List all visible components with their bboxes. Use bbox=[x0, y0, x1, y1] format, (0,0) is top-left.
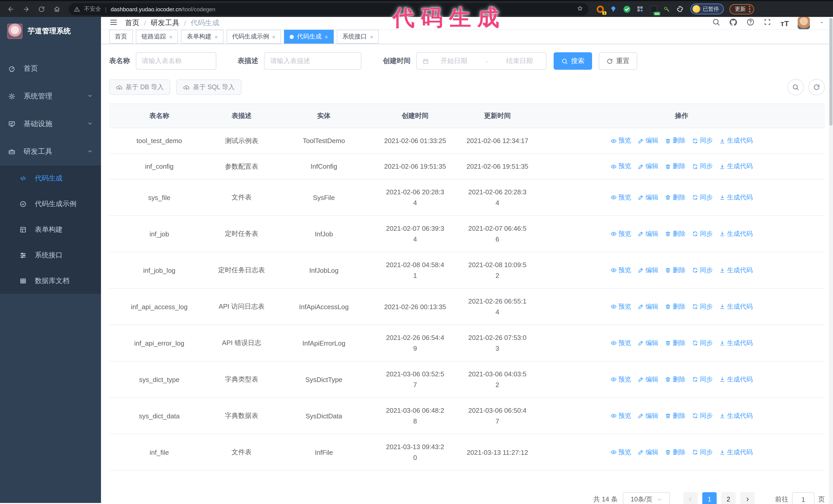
header-search-icon[interactable] bbox=[712, 18, 720, 28]
action-同步[interactable]: 同步 bbox=[692, 230, 713, 238]
github-icon[interactable] bbox=[729, 18, 738, 28]
action-同步[interactable]: 同步 bbox=[692, 339, 713, 347]
sidebar-item-基础设施[interactable]: 基础设施 bbox=[0, 110, 101, 138]
action-同步[interactable]: 同步 bbox=[692, 136, 713, 145]
action-生成代码[interactable]: 生成代码 bbox=[719, 266, 753, 274]
browser-profile-chip[interactable]: 已暂停 bbox=[690, 4, 723, 14]
font-size-icon[interactable]: тT bbox=[781, 19, 789, 27]
tab-close-icon[interactable]: × bbox=[169, 33, 172, 40]
action-删除[interactable]: 删除 bbox=[665, 193, 686, 202]
action-预览[interactable]: 预览 bbox=[611, 339, 631, 347]
tab-首页[interactable]: 首页 bbox=[109, 30, 133, 44]
address-bar[interactable]: 不安全 | dashboard.yudao.iocoder.cn/tool/co… bbox=[69, 3, 589, 15]
sidebar-item-首页[interactable]: 首页 bbox=[0, 55, 101, 82]
action-预览[interactable]: 预览 bbox=[611, 136, 631, 145]
tab-链路追踪[interactable]: 链路追踪× bbox=[136, 30, 178, 44]
action-生成代码[interactable]: 生成代码 bbox=[719, 136, 753, 145]
extension-icon-grid[interactable] bbox=[636, 5, 644, 13]
action-删除[interactable]: 删除 bbox=[665, 375, 686, 384]
action-删除[interactable]: 删除 bbox=[665, 448, 686, 457]
action-删除[interactable]: 删除 bbox=[665, 230, 686, 238]
import-db-button[interactable]: 基于 DB 导入 bbox=[109, 79, 170, 95]
action-同步[interactable]: 同步 bbox=[692, 193, 713, 202]
action-同步[interactable]: 同步 bbox=[692, 162, 713, 171]
browser-menu-icon[interactable] bbox=[749, 6, 750, 12]
action-同步[interactable]: 同步 bbox=[692, 411, 713, 420]
action-生成代码[interactable]: 生成代码 bbox=[719, 375, 753, 384]
app-logo[interactable]: 芋道管理系统 bbox=[0, 17, 101, 46]
extension-icon-switch[interactable]: on bbox=[649, 5, 658, 13]
tab-系统接口[interactable]: 系统接口× bbox=[337, 30, 379, 44]
action-同步[interactable]: 同步 bbox=[692, 375, 713, 384]
action-编辑[interactable]: 编辑 bbox=[638, 302, 659, 311]
sidebar-item-系统接口[interactable]: 系统接口 bbox=[0, 242, 101, 268]
breadcrumb-tools[interactable]: 研发工具 bbox=[151, 19, 180, 28]
action-生成代码[interactable]: 生成代码 bbox=[719, 230, 753, 238]
tab-close-icon[interactable]: × bbox=[215, 33, 218, 40]
help-icon[interactable] bbox=[747, 18, 755, 28]
action-删除[interactable]: 删除 bbox=[665, 162, 686, 171]
action-编辑[interactable]: 编辑 bbox=[638, 136, 659, 145]
scrollbar-thumb[interactable] bbox=[829, 18, 832, 126]
action-生成代码[interactable]: 生成代码 bbox=[719, 162, 753, 171]
bookmark-star-icon[interactable] bbox=[577, 5, 584, 13]
action-预览[interactable]: 预览 bbox=[611, 411, 631, 420]
browser-reload-icon[interactable] bbox=[35, 2, 48, 16]
action-编辑[interactable]: 编辑 bbox=[638, 411, 659, 420]
browser-update-button[interactable]: 更新 bbox=[729, 4, 754, 14]
action-生成代码[interactable]: 生成代码 bbox=[719, 193, 753, 202]
user-avatar[interactable] bbox=[798, 17, 810, 29]
action-编辑[interactable]: 编辑 bbox=[638, 193, 659, 202]
action-编辑[interactable]: 编辑 bbox=[638, 266, 659, 274]
action-生成代码[interactable]: 生成代码 bbox=[719, 302, 753, 311]
browser-back-icon[interactable] bbox=[4, 2, 18, 16]
sidebar-item-研发工具[interactable]: 研发工具 bbox=[0, 138, 101, 166]
page-size-select[interactable]: 10条/页 bbox=[623, 492, 670, 504]
page-button-1[interactable]: 1 bbox=[702, 492, 717, 504]
action-删除[interactable]: 删除 bbox=[665, 302, 686, 311]
page-button-2[interactable]: 2 bbox=[721, 492, 736, 504]
action-预览[interactable]: 预览 bbox=[611, 266, 631, 274]
tab-表单构建[interactable]: 表单构建× bbox=[181, 30, 223, 44]
action-生成代码[interactable]: 生成代码 bbox=[719, 339, 753, 347]
table-name-input[interactable]: 请输入表名称 bbox=[136, 52, 216, 70]
action-同步[interactable]: 同步 bbox=[692, 448, 713, 457]
extension-icon-key[interactable] bbox=[662, 5, 671, 13]
action-删除[interactable]: 删除 bbox=[665, 339, 686, 347]
table-desc-input[interactable]: 请输入表描述 bbox=[264, 52, 361, 70]
sidebar-item-数据库文档[interactable]: 数据库文档 bbox=[0, 268, 101, 294]
extension-icon-vue[interactable] bbox=[622, 5, 631, 13]
prev-page-button[interactable] bbox=[683, 492, 698, 504]
search-button[interactable]: 搜索 bbox=[554, 52, 592, 70]
tab-close-icon[interactable]: × bbox=[272, 33, 276, 40]
action-删除[interactable]: 删除 bbox=[665, 266, 686, 274]
import-sql-button[interactable]: 基于 SQL 导入 bbox=[176, 79, 241, 95]
action-编辑[interactable]: 编辑 bbox=[638, 448, 659, 457]
browser-forward-icon[interactable] bbox=[20, 2, 33, 16]
refresh-table-button[interactable] bbox=[808, 79, 825, 95]
action-预览[interactable]: 预览 bbox=[611, 230, 631, 238]
action-编辑[interactable]: 编辑 bbox=[638, 375, 659, 384]
action-预览[interactable]: 预览 bbox=[611, 448, 631, 457]
sidebar-item-代码生成示例[interactable]: 代码生成示例 bbox=[0, 191, 101, 217]
tab-代码生成示例[interactable]: 代码生成示例× bbox=[227, 30, 281, 44]
action-同步[interactable]: 同步 bbox=[692, 302, 713, 311]
date-range-picker[interactable]: 开始日期 - 结束日期 bbox=[416, 52, 546, 70]
toggle-search-button[interactable] bbox=[787, 79, 804, 95]
extension-icon-orange[interactable]: 1 bbox=[596, 5, 604, 13]
extension-icon-gem[interactable] bbox=[609, 5, 618, 13]
browser-home-icon[interactable] bbox=[50, 2, 64, 16]
action-预览[interactable]: 预览 bbox=[611, 162, 631, 171]
sidebar-collapse-icon[interactable] bbox=[109, 18, 118, 28]
page-scrollbar[interactable] bbox=[829, 18, 833, 504]
sidebar-item-系统管理[interactable]: 系统管理 bbox=[0, 82, 101, 110]
tab-close-icon[interactable]: × bbox=[325, 33, 328, 40]
tab-close-icon[interactable]: × bbox=[370, 33, 374, 40]
sidebar-item-表单构建[interactable]: 表单构建 bbox=[0, 217, 101, 242]
action-编辑[interactable]: 编辑 bbox=[638, 162, 659, 171]
action-编辑[interactable]: 编辑 bbox=[638, 339, 659, 347]
action-生成代码[interactable]: 生成代码 bbox=[719, 448, 753, 457]
action-删除[interactable]: 删除 bbox=[665, 411, 686, 420]
action-编辑[interactable]: 编辑 bbox=[638, 230, 659, 238]
next-page-button[interactable] bbox=[740, 492, 755, 504]
